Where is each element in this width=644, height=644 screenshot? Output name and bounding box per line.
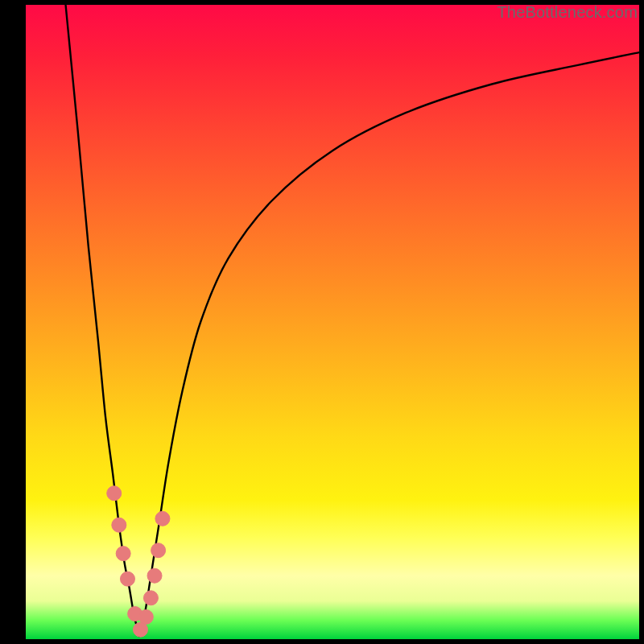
highlight-dot bbox=[138, 609, 153, 624]
watermark-text: TheBottleneck.com bbox=[497, 3, 638, 22]
highlight-dot bbox=[116, 547, 130, 561]
chart-frame: TheBottleneck.com bbox=[0, 0, 644, 644]
curve-layer bbox=[66, 5, 639, 636]
highlight-dot bbox=[151, 543, 166, 558]
highlight-dot bbox=[147, 568, 162, 583]
highlight-dot bbox=[112, 518, 126, 532]
chart-svg bbox=[26, 5, 639, 639]
highlight-dot bbox=[155, 511, 170, 526]
plot-area bbox=[26, 5, 639, 639]
curve-left-branch bbox=[66, 5, 139, 636]
highlight-dot bbox=[107, 486, 122, 501]
curve-right-branch bbox=[139, 52, 639, 636]
highlight-dot bbox=[143, 591, 158, 605]
highlight-dot bbox=[120, 572, 134, 586]
